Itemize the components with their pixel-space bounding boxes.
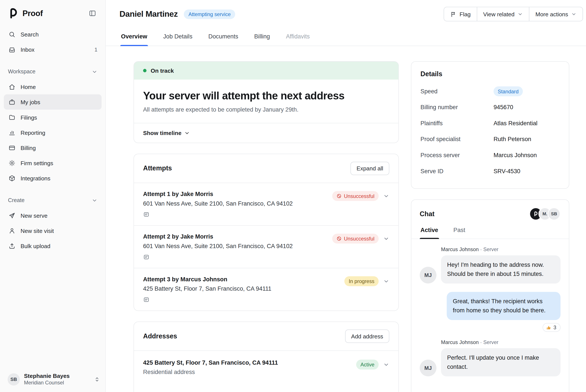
- attempt-title: Attempt 3 by Marcus Johnson: [143, 276, 344, 283]
- address-line: 425 Battery St, Floor 7, San Francisco, …: [143, 359, 356, 366]
- address-row-1: 425 Battery St, Floor 7, San Francisco, …: [134, 350, 398, 383]
- detail-row-speed: Speed Standard: [420, 83, 560, 100]
- attempt-address: 601 Van Ness Ave, Suite 2100, San Franci…: [143, 200, 332, 207]
- message-meta: Marcus Johnson · Server: [441, 340, 560, 345]
- sidebar-item-my-jobs[interactable]: My jobs: [4, 94, 102, 110]
- message-role: · Server: [480, 246, 498, 252]
- detail-label: Speed: [420, 88, 494, 95]
- note-icon: [143, 211, 332, 218]
- expand-row-chevron-icon[interactable]: [383, 236, 389, 242]
- user-menu[interactable]: SB Stephanie Bayes Meridian Counsel: [0, 367, 106, 392]
- app-name: Proof: [22, 9, 42, 18]
- chat-tab-past[interactable]: Past: [453, 223, 466, 238]
- sidebar-item-label: Bulk upload: [20, 243, 50, 249]
- in-progress-badge: In progress: [344, 276, 378, 286]
- cube-icon: [8, 174, 16, 182]
- page-title: Daniel Martinez: [120, 9, 178, 19]
- incoming-message: MJ Perfect. I'll update you once I make …: [420, 348, 560, 376]
- app-window: Proof Search: [0, 0, 586, 392]
- sidebar-item-label: Home: [20, 84, 36, 90]
- participant-avatar: SB: [548, 208, 560, 220]
- sidebar-item-bulk-upload[interactable]: Bulk upload: [4, 238, 102, 254]
- addresses-header: Addresses Add address: [134, 322, 398, 350]
- more-actions-button[interactable]: More actions: [529, 7, 582, 21]
- attempts-header: Attempts Expand all: [134, 154, 398, 182]
- expand-all-button[interactable]: Expand all: [350, 162, 389, 175]
- expand-row-chevron-icon[interactable]: [383, 362, 389, 368]
- flag-button[interactable]: Flag: [444, 7, 476, 21]
- details-title: Details: [411, 62, 569, 81]
- chat-header: Chat M. SB: [411, 200, 569, 223]
- more-actions-label: More actions: [536, 11, 568, 17]
- address-kind: Residential address: [143, 369, 356, 376]
- detail-row-proof-specialist: Proof specialist Ruth Peterson: [420, 131, 560, 148]
- sidebar-item-billing[interactable]: Billing: [4, 140, 102, 155]
- page-tabs: Overview Job Details Documents Billing A…: [106, 28, 586, 46]
- message-sender: Marcus Johnson: [441, 246, 479, 252]
- sidebar-item-integrations[interactable]: Integrations: [4, 170, 102, 186]
- attempt-address: 601 Van Ness Ave, Suite 2100, San Franci…: [143, 243, 332, 250]
- address-status: Active: [356, 359, 389, 370]
- add-address-button[interactable]: Add address: [345, 330, 389, 343]
- paper-plane-icon: [8, 212, 16, 219]
- status-subtext: All attempts are expected to be complete…: [143, 106, 389, 113]
- sidebar-section-create[interactable]: Create: [4, 194, 102, 206]
- status-headline: Your server will attempt the next addres…: [143, 90, 389, 102]
- view-related-button[interactable]: View related: [477, 7, 529, 21]
- detail-value: Atlas Residential: [494, 120, 538, 127]
- detail-label: Serve ID: [420, 168, 494, 175]
- proof-logo: Proof: [8, 8, 43, 19]
- home-icon: [8, 83, 16, 90]
- badge-label: Unsuccessful: [344, 236, 374, 241]
- message-meta: Marcus Johnson · Server: [441, 246, 560, 252]
- flag-icon: [450, 11, 456, 17]
- attempt-row-3: Attempt 3 by Marcus Johnson 425 Battery …: [134, 268, 398, 310]
- status-label: On track: [150, 67, 174, 74]
- reaction-pill[interactable]: 3: [543, 323, 560, 332]
- briefcase-icon: [8, 98, 16, 106]
- view-related-label: View related: [483, 11, 514, 17]
- expand-row-chevron-icon[interactable]: [383, 193, 389, 199]
- sidebar-item-new-serve[interactable]: New serve: [4, 208, 102, 223]
- sidebar-item-label: New site visit: [20, 228, 54, 234]
- page-header: Daniel Martinez Attempting service Flag …: [106, 0, 586, 28]
- chevron-up-down-icon: [94, 376, 100, 382]
- sidebar-item-search[interactable]: Search: [4, 27, 102, 42]
- detail-value: Marcus Johnson: [494, 152, 537, 159]
- chat-tab-active[interactable]: Active: [420, 223, 439, 238]
- sidebar-item-firm-settings[interactable]: Firm settings: [4, 155, 102, 170]
- unsuccessful-badge: Unsuccessful: [332, 234, 378, 244]
- sidebar-item-reporting[interactable]: Reporting: [4, 125, 102, 140]
- chat-title: Chat: [420, 210, 434, 218]
- section-label: Create: [8, 197, 24, 203]
- active-badge: Active: [356, 360, 378, 370]
- sidebar-item-filings[interactable]: Filings: [4, 110, 102, 125]
- addresses-card: Addresses Add address 425 Battery St, Fl…: [134, 322, 399, 392]
- sidebar-item-new-site-visit[interactable]: New site visit: [4, 223, 102, 238]
- attempt-status: In progress: [344, 276, 389, 286]
- tab-overview[interactable]: Overview: [120, 28, 148, 46]
- speed-badge: Standard: [494, 86, 523, 96]
- show-timeline-toggle[interactable]: Show timeline: [134, 123, 398, 142]
- tab-job-details[interactable]: Job Details: [162, 28, 193, 46]
- message-role: · Server: [480, 340, 498, 345]
- expand-row-chevron-icon[interactable]: [383, 278, 389, 284]
- message-bubble: Hey! I'm heading to the address now. Sho…: [441, 255, 560, 284]
- sidebar-section-workspace[interactable]: Workspace: [4, 66, 102, 78]
- bar-chart-icon: [8, 129, 16, 136]
- sender-avatar: MJ: [420, 267, 436, 284]
- tab-documents[interactable]: Documents: [208, 28, 239, 46]
- message-reaction: 3: [420, 323, 560, 332]
- chat-participants[interactable]: M. SB: [529, 208, 560, 220]
- chevron-down-icon: [571, 12, 577, 17]
- folder-icon: [8, 113, 16, 121]
- sidebar-item-inbox[interactable]: Inbox 1: [4, 42, 102, 57]
- collapse-sidebar-button[interactable]: [87, 8, 98, 19]
- tab-billing[interactable]: Billing: [254, 28, 271, 46]
- sidebar-item-home[interactable]: Home: [4, 79, 102, 94]
- detail-row-plaintiffs: Plaintiffs Atlas Residential: [420, 115, 560, 131]
- chat-tabs: Active Past: [411, 223, 569, 239]
- attempt-status: Unsuccessful: [332, 190, 389, 201]
- note-icon: [143, 296, 344, 303]
- chevron-down-icon: [184, 130, 190, 136]
